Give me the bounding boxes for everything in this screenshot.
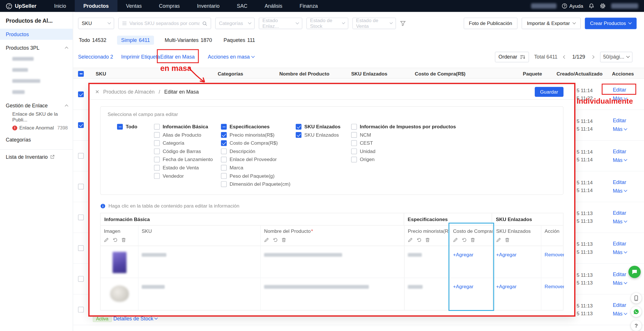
- imprimir-etiqueta-button[interactable]: Imprimir Etiqueta: [121, 51, 160, 63]
- trash-icon[interactable]: [281, 237, 286, 242]
- field-group-informacion-basica[interactable]: Información Básica: [154, 124, 221, 129]
- nav-finanza[interactable]: Finanza: [291, 0, 327, 12]
- detalles-stock-link[interactable]: Detalles de Stock: [113, 316, 157, 322]
- sidebar-group-productos-3pl[interactable]: Productos 3PL: [0, 42, 73, 53]
- agregar-costo-link[interactable]: +Agregar: [453, 252, 474, 258]
- field-option[interactable]: Enlace del Proveedor: [221, 157, 296, 162]
- editar-link[interactable]: Editar: [613, 241, 626, 247]
- search-icon[interactable]: [202, 21, 208, 26]
- nav-compras[interactable]: Compras: [150, 0, 188, 12]
- importar-exportar-button[interactable]: Importar & Exportar: [522, 18, 580, 29]
- remover-link[interactable]: Remover: [545, 284, 564, 290]
- trash-icon[interactable]: [121, 237, 126, 242]
- editar-link[interactable]: Editar: [613, 272, 626, 277]
- pencil-icon[interactable]: [408, 237, 413, 242]
- editar-link[interactable]: Editar: [613, 118, 626, 124]
- help-button[interactable]: Ayuda: [562, 3, 583, 9]
- editar-link[interactable]: Editar: [613, 87, 626, 93]
- nav-ventas[interactable]: Ventas: [117, 0, 150, 12]
- sidebar-group-gestion-enlace[interactable]: Gestión de Enlace: [0, 100, 73, 111]
- nav-analisis[interactable]: Análisis: [256, 0, 291, 12]
- row-checkbox[interactable]: [78, 276, 84, 282]
- editar-en-masa-button[interactable]: Editar en Masa: [160, 51, 195, 63]
- help-float-button[interactable]: ?: [631, 320, 641, 331]
- pencil-icon[interactable]: [104, 237, 109, 242]
- trash-icon[interactable]: [425, 237, 430, 242]
- tab-multi-variantes[interactable]: Multi-Variantes1870: [164, 36, 213, 44]
- mas-link[interactable]: Más: [613, 127, 626, 132]
- estado-enlazado-select[interactable]: Estado Enlaz...: [259, 18, 302, 29]
- trash-icon[interactable]: [505, 237, 510, 242]
- row-checkbox[interactable]: [78, 184, 84, 189]
- field-option[interactable]: Origen: [351, 157, 456, 162]
- sidebar-item-enlace-anormal[interactable]: ! Enlace Anormal 7398: [0, 122, 73, 133]
- prev-page-button[interactable]: [563, 56, 567, 58]
- field-group-impuestos[interactable]: Información de Impuestos por productos: [351, 124, 456, 129]
- nav-inventario[interactable]: Inventario: [188, 0, 228, 12]
- foto-publicacion-button[interactable]: Foto de Publicación: [463, 18, 518, 29]
- mas-link[interactable]: Más: [613, 188, 626, 194]
- close-icon[interactable]: ×: [95, 88, 99, 95]
- nav-productos[interactable]: Productos: [75, 0, 117, 12]
- mas-link[interactable]: Más: [613, 311, 626, 317]
- save-button[interactable]: Guardar: [535, 87, 564, 96]
- field-option[interactable]: Descripción: [221, 148, 296, 154]
- sidebar-item-productos[interactable]: Productos: [0, 29, 73, 40]
- field-option[interactable]: CEST: [351, 140, 456, 146]
- agregar-sku-link[interactable]: +Agregar: [496, 252, 517, 258]
- field-option[interactable]: NCM: [351, 132, 456, 138]
- field-option[interactable]: Código de Barras: [154, 148, 221, 154]
- field-option[interactable]: SKU Enlazados: [296, 132, 351, 138]
- row-checkbox[interactable]: [78, 153, 84, 159]
- mas-link[interactable]: Más: [613, 96, 626, 102]
- filter-funnel-icon[interactable]: [400, 20, 406, 26]
- undo-icon[interactable]: [417, 237, 421, 242]
- remover-link[interactable]: Remover: [545, 252, 564, 258]
- estado-venta-select[interactable]: Estado de Venta: [352, 18, 396, 29]
- mas-link[interactable]: Más: [613, 249, 626, 255]
- mas-link[interactable]: Más: [613, 157, 626, 163]
- undo-icon[interactable]: [112, 237, 117, 242]
- field-option[interactable]: Peso del Paquete(g): [221, 173, 296, 179]
- editar-link[interactable]: Editar: [613, 179, 626, 185]
- editar-link[interactable]: Editar: [613, 210, 626, 216]
- row-checkbox[interactable]: [78, 245, 84, 251]
- pencil-icon[interactable]: [264, 237, 269, 242]
- pencil-icon[interactable]: [453, 237, 458, 242]
- trash-icon[interactable]: [470, 237, 475, 242]
- categorias-select[interactable]: Categorías: [215, 18, 255, 29]
- field-option[interactable]: Fecha de Lanzamiento: [154, 157, 221, 162]
- sku-field-select[interactable]: SKU: [78, 18, 114, 29]
- field-group-especificaciones[interactable]: Especificaciones: [221, 124, 296, 129]
- agregar-costo-link[interactable]: +Agregar: [453, 284, 474, 290]
- sku-search-box[interactable]: [118, 18, 211, 29]
- row-checkbox[interactable]: [78, 92, 84, 97]
- row-checkbox[interactable]: [78, 214, 84, 220]
- field-option[interactable]: Unidad: [351, 148, 456, 154]
- select-all-checkbox[interactable]: [78, 71, 84, 76]
- sidebar-item-enlace-sku[interactable]: Enlace de SKU de la Publi...: [0, 111, 73, 122]
- ordenar-button[interactable]: Ordenar: [495, 52, 529, 62]
- next-page-button[interactable]: [591, 56, 595, 58]
- whatsapp-button[interactable]: [631, 306, 641, 317]
- field-group-sku-enlazados[interactable]: SKU Enlazados: [296, 124, 351, 129]
- tab-simple[interactable]: Simple6411: [117, 36, 154, 44]
- crear-productos-button[interactable]: Crear Productos: [585, 18, 637, 29]
- nav-inicio[interactable]: Inicio: [45, 0, 75, 12]
- field-option[interactable]: Precio minorista(R$): [221, 132, 296, 138]
- tab-paquetes[interactable]: Paquetes111: [223, 36, 256, 44]
- row-checkbox[interactable]: [78, 122, 84, 128]
- field-option[interactable]: Alias de Producto: [154, 132, 221, 138]
- mas-link[interactable]: Más: [613, 280, 626, 286]
- mobile-app-button[interactable]: [631, 293, 641, 303]
- mas-link[interactable]: Más: [613, 219, 626, 224]
- bell-icon[interactable]: [589, 3, 594, 9]
- editar-link[interactable]: Editar: [613, 303, 626, 308]
- field-option[interactable]: Costo de Compra(R$): [221, 140, 296, 146]
- pencil-icon[interactable]: [496, 237, 501, 242]
- tab-todo[interactable]: Todo14532: [78, 36, 107, 44]
- editar-link[interactable]: Editar: [613, 149, 626, 154]
- field-option[interactable]: Marca: [221, 165, 296, 171]
- chat-widget-button[interactable]: [628, 266, 641, 278]
- field-option[interactable]: Vendedor: [154, 173, 221, 179]
